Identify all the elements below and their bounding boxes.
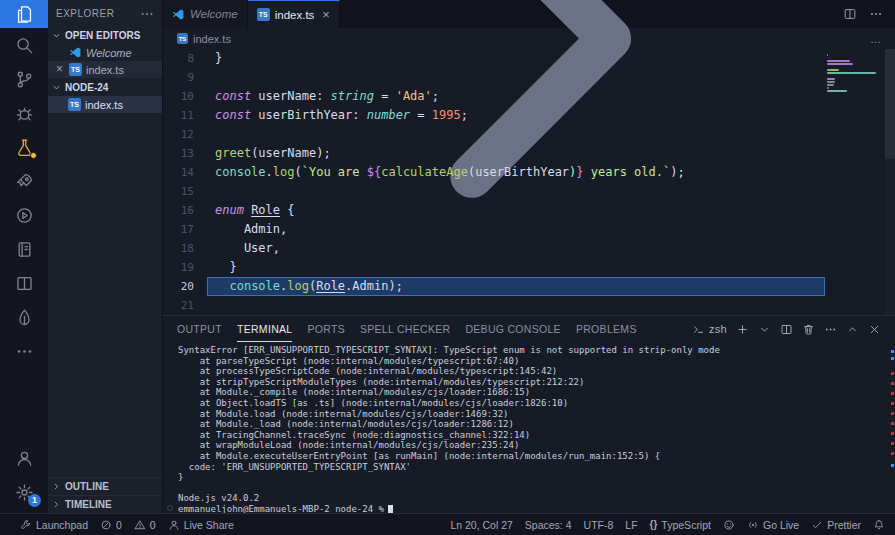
status-go-live[interactable]: Go Live (741, 514, 805, 535)
editor-column: WelcomeTSindex.ts× TS index.ts … 8}910co… (163, 0, 895, 513)
status-launchpad[interactable]: Launchpad (14, 514, 94, 535)
activity-bar-top (0, 0, 48, 368)
status-prettier[interactable]: Prettier (805, 514, 867, 535)
status-label: UTF-8 (584, 519, 614, 531)
panel-tab-debug-console[interactable]: DEBUG CONSOLE (465, 316, 561, 342)
section-timeline[interactable]: TIMELINE (48, 495, 162, 513)
code-line-10[interactable]: 10const userName: string = 'Ada'; (163, 87, 825, 106)
breadcrumb-file[interactable]: index.ts (193, 33, 231, 45)
broadcast-icon (747, 519, 759, 531)
activity-item-run[interactable] (0, 198, 48, 232)
line-number: 16 (163, 201, 207, 220)
status-eol[interactable]: LF (619, 514, 643, 535)
activity-item-source-control[interactable] (0, 62, 48, 96)
shell-picker[interactable]: zsh (692, 323, 727, 336)
terminal-prompt-icon (692, 323, 705, 336)
editor-scrollbar[interactable] (885, 49, 895, 315)
file-index.ts[interactable]: TSindex.ts (48, 96, 162, 113)
activity-item-settings[interactable]: 1 (0, 475, 48, 509)
activity-item-editor-layout[interactable] (0, 266, 48, 300)
sidebar-title-row: EXPLORER ⋯ (48, 0, 162, 26)
chev-up-icon (846, 323, 859, 336)
status-label: 0 (150, 519, 156, 531)
open-editor-Welcome[interactable]: Welcome (48, 44, 162, 61)
settings-badge: 1 (28, 494, 41, 507)
section-outline[interactable]: OUTLINE (48, 477, 162, 495)
line-number: 15 (163, 182, 207, 201)
status-left: Launchpad00Live Share (14, 514, 240, 535)
activity-item-remote-explorer[interactable] (0, 164, 48, 198)
breadcrumb-ellipsis[interactable]: … (870, 33, 881, 45)
activity-item-search[interactable] (0, 28, 48, 62)
panel-tab-spell-checker[interactable]: SPELL CHECKER (360, 316, 450, 342)
braces-icon: {} (650, 519, 658, 530)
error-icon (100, 519, 112, 531)
leaf-icon (15, 308, 34, 327)
line-number: 11 (163, 106, 207, 125)
open-editor-index.ts[interactable]: ×TSindex.ts (48, 61, 162, 78)
typescript-file-icon: TS (177, 33, 188, 44)
activity-item-explorer[interactable] (0, 0, 48, 28)
line-number: 8 (163, 49, 207, 68)
terminal[interactable]: SyntaxError [ERR_UNSUPPORTED_TYPESCRIPT_… (163, 342, 895, 513)
code-area[interactable]: 8}910const userName: string = 'Ada';11co… (163, 49, 825, 315)
code-line-19[interactable]: 19 } (163, 258, 825, 277)
status-label: Prettier (827, 519, 861, 531)
scrollbar-thumb[interactable] (885, 49, 895, 159)
activity-item-notebook[interactable] (0, 232, 48, 266)
code-line-14[interactable]: 14console.log(`You are ${calculateAge(us… (163, 163, 825, 182)
code-line-11[interactable]: 11const userBirthYear: number = 1995; (163, 106, 825, 125)
status-feedback[interactable] (717, 514, 741, 535)
activity-item-more-views[interactable] (0, 334, 48, 368)
file-label: index.ts (85, 99, 123, 111)
status-cursor-position[interactable]: Ln 20, Col 27 (444, 514, 518, 535)
code-line-17[interactable]: 17 Admin, (163, 220, 825, 239)
panel-tab-problems[interactable]: PROBLEMS (576, 316, 637, 342)
code-line-13[interactable]: 13greet(userName); (163, 144, 825, 163)
breadcrumb[interactable]: TS index.ts … (163, 28, 895, 49)
status-label: Ln 20, Col 27 (450, 519, 512, 531)
folder-file-list: TSindex.ts (48, 96, 162, 113)
terminal-line: at Module._load (node:internal/modules/c… (178, 419, 881, 430)
terminal-line: at Module._compile (node:internal/module… (178, 387, 881, 398)
panel-tab-ports[interactable]: PORTS (307, 316, 344, 342)
code-line-21[interactable]: 21 (163, 296, 825, 315)
minimap[interactable] (825, 49, 885, 315)
section-label: TIMELINE (65, 499, 112, 510)
split-editor-icon (780, 323, 793, 336)
panel-tab-terminal[interactable]: TERMINAL (237, 316, 293, 342)
code-line-16[interactable]: 16enum Role { (163, 201, 825, 220)
status-live-share[interactable]: Live Share (162, 514, 240, 535)
open-editors-label: OPEN EDITORS (65, 30, 140, 41)
status-encoding[interactable]: UTF-8 (578, 514, 620, 535)
sidebar-title: EXPLORER (56, 8, 114, 19)
file-label: Welcome (86, 47, 132, 59)
close-icon[interactable]: × (54, 64, 65, 75)
code-line-12[interactable]: 12 (163, 125, 825, 144)
code-line-18[interactable]: 18 User, (163, 239, 825, 258)
activity-item-mongodb[interactable] (0, 300, 48, 334)
line-number: 13 (163, 144, 207, 163)
status-indentation[interactable]: Spaces: 4 (519, 514, 578, 535)
code-line-15[interactable]: 15 (163, 182, 825, 201)
status-errors[interactable]: 0 (94, 514, 128, 535)
folder-section-header[interactable]: NODE-24 (48, 78, 162, 96)
remote-indicator[interactable] (0, 514, 14, 535)
open-editors-section-header[interactable]: OPEN EDITORS (48, 26, 162, 44)
code-line-9[interactable]: 9 (163, 68, 825, 87)
status-notifications[interactable] (867, 514, 891, 535)
sidebar-more-actions-icon[interactable]: ⋯ (141, 6, 155, 21)
vscode-logo-icon (69, 46, 82, 59)
command-indicator-icon (167, 505, 173, 511)
status-warnings[interactable]: 0 (128, 514, 162, 535)
activity-item-testing[interactable] (0, 130, 48, 164)
status-label: TypeScript (661, 519, 711, 531)
bottom-panel: OUTPUTTERMINALPORTSSPELL CHECKERDEBUG CO… (163, 315, 895, 513)
code-line-8[interactable]: 8} (163, 49, 825, 68)
code-line-20[interactable]: 20 console.log(Role.Admin); (163, 277, 825, 296)
status-language-mode[interactable]: {}TypeScript (644, 514, 717, 535)
panel-tab-output[interactable]: OUTPUT (177, 316, 222, 342)
panel-tab-bar: OUTPUTTERMINALPORTSSPELL CHECKERDEBUG CO… (163, 316, 895, 342)
activity-item-accounts[interactable] (0, 441, 48, 475)
activity-item-run-debug[interactable] (0, 96, 48, 130)
